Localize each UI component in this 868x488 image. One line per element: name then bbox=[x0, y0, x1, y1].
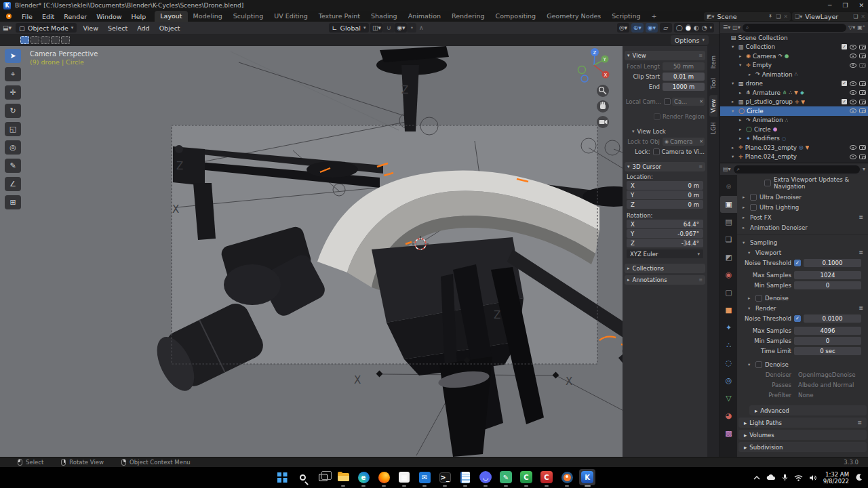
new-collection-icon[interactable]: ▣⁺ bbox=[857, 24, 865, 30]
cursor-rotation-field[interactable]: X64.4° bbox=[627, 220, 703, 228]
wifi-icon[interactable] bbox=[794, 474, 803, 481]
camera-visibility-toggle[interactable] bbox=[859, 145, 866, 150]
gizmo-toggle[interactable]: ⊕▾ bbox=[631, 23, 644, 33]
expander-arrow[interactable]: ▸ bbox=[732, 145, 736, 150]
viewport-menu[interactable]: Select bbox=[103, 24, 132, 32]
taskbar-icon[interactable] bbox=[457, 469, 473, 485]
hide-eye-toggle[interactable] bbox=[850, 54, 856, 58]
sampling-panel[interactable]: Sampling bbox=[750, 239, 777, 246]
vp-noise-threshold-checkbox[interactable]: ✓ bbox=[794, 260, 801, 266]
taskbar-icon[interactable] bbox=[274, 469, 290, 485]
hide-eye-toggle[interactable] bbox=[850, 90, 856, 95]
workspace-tab[interactable]: + bbox=[646, 11, 663, 22]
zoom-button[interactable] bbox=[597, 85, 609, 97]
taskbar-icon[interactable] bbox=[335, 469, 351, 485]
taskbar-icon[interactable] bbox=[376, 469, 392, 485]
exclude-checkbox[interactable]: ✓ bbox=[842, 81, 847, 86]
viewport-menu[interactable]: Add bbox=[132, 24, 154, 32]
properties-tab[interactable]: ◩ bbox=[720, 249, 737, 266]
focal-length-field[interactable]: 50 mm bbox=[663, 62, 705, 70]
workspace-tab[interactable]: Sculpting bbox=[228, 11, 269, 22]
mode-dropdown[interactable]: ▢ Object Mode ▾ bbox=[16, 23, 77, 33]
viewport-canvas[interactable]: Z X Z X X Z Z Y X bbox=[0, 46, 719, 457]
extra-viewport-checkbox[interactable] bbox=[764, 180, 771, 186]
cursor-location-field[interactable]: Y0 m bbox=[627, 190, 703, 199]
maximize-button[interactable]: ❐ bbox=[842, 2, 848, 9]
hide-eye-toggle[interactable] bbox=[850, 81, 856, 86]
lock-camera-checkbox[interactable] bbox=[653, 148, 660, 155]
tool-button[interactable]: ➤ bbox=[5, 49, 21, 63]
material-shading-button[interactable]: ◐ bbox=[694, 24, 699, 31]
r-denoise-checkbox[interactable] bbox=[755, 361, 762, 368]
vp-noise-threshold-field[interactable]: 0.1000 bbox=[804, 259, 861, 267]
expander-arrow[interactable]: ▸ bbox=[749, 72, 753, 77]
view-panel-header[interactable]: View≡ bbox=[625, 51, 705, 60]
properties-tab[interactable]: ◎ bbox=[720, 372, 737, 389]
cursor-panel-header[interactable]: 3D Cursor≡ bbox=[625, 162, 705, 171]
vp-denoise-checkbox[interactable] bbox=[755, 295, 762, 302]
filter-icon[interactable]: ▽▾ bbox=[848, 24, 855, 30]
outliner-display-mode-icon[interactable]: ◫▾ bbox=[732, 24, 741, 30]
tool-button[interactable]: ◎ bbox=[5, 140, 21, 155]
camera-visibility-toggle[interactable] bbox=[859, 100, 866, 104]
time-limit-field[interactable]: 0 sec bbox=[794, 347, 861, 355]
expander-arrow[interactable]: ▸ bbox=[739, 90, 744, 96]
workspace-tab[interactable]: Rendering bbox=[446, 11, 490, 22]
camera-visibility-toggle[interactable] bbox=[859, 108, 866, 113]
hide-eye-toggle[interactable] bbox=[850, 63, 856, 68]
collections-panel-header[interactable]: Collections bbox=[625, 264, 705, 273]
n-panel-tab[interactable]: View bbox=[709, 95, 717, 117]
viewport-menu[interactable]: Object bbox=[155, 24, 185, 32]
options-dropdown[interactable]: Options ▾ bbox=[671, 35, 709, 45]
annotations-panel-header[interactable]: Annotations≡ bbox=[625, 275, 705, 285]
wireframe-shading-button[interactable]: ◯ bbox=[676, 24, 683, 31]
select-mode-button[interactable] bbox=[41, 36, 50, 44]
workspace-tab[interactable]: Modeling bbox=[188, 11, 228, 22]
local-camera-field[interactable]: Ca...✕ bbox=[672, 98, 705, 106]
workspace-tab[interactable]: Scripting bbox=[606, 11, 646, 22]
camera-visibility-toggle[interactable] bbox=[859, 90, 866, 95]
outliner-row[interactable]: ▸ ↷ Animation ∴ bbox=[720, 70, 868, 79]
properties-editor-icon[interactable]: ▤▾ bbox=[723, 166, 731, 172]
prefilter-dropdown[interactable]: None bbox=[794, 392, 813, 399]
snap-target-button[interactable]: ◫▾ bbox=[370, 23, 382, 33]
outliner-row[interactable]: ▾ ✛ Plane.024_empty bbox=[720, 152, 868, 162]
view-lock-header[interactable]: View Lock bbox=[637, 128, 666, 135]
light-paths-panel[interactable]: Light Paths bbox=[749, 420, 782, 426]
workspace-tab[interactable]: UV Editing bbox=[269, 11, 313, 22]
properties-tab[interactable]: ▽ bbox=[720, 390, 737, 407]
taskbar-icon[interactable] bbox=[294, 469, 311, 485]
r-noise-threshold-field[interactable]: 0.0100 bbox=[804, 314, 861, 323]
onedrive-cloud-icon[interactable] bbox=[766, 474, 776, 481]
cursor-rotation-field[interactable]: Y-0.967° bbox=[627, 229, 703, 238]
cursor-location-field[interactable]: X0 m bbox=[627, 181, 703, 190]
menu-item[interactable]: Edit bbox=[37, 13, 59, 20]
menu-item[interactable]: Help bbox=[127, 13, 151, 20]
workspace-tab[interactable]: Animation bbox=[403, 11, 446, 22]
properties-options-icon[interactable]: ▾ bbox=[863, 166, 865, 172]
camera-visibility-toggle[interactable] bbox=[859, 155, 866, 159]
solid-shading-button[interactable]: ● bbox=[686, 24, 691, 31]
camera-visibility-toggle[interactable] bbox=[859, 45, 866, 49]
hide-eye-toggle[interactable] bbox=[850, 145, 856, 150]
vp-max-samples-field[interactable]: 1024 bbox=[794, 271, 861, 279]
post-fx-panel[interactable]: Post FX bbox=[750, 214, 772, 221]
cursor-location-field[interactable]: Z0 m bbox=[627, 200, 703, 209]
outliner-row[interactable]: ▾ ▥ Collection ✓ bbox=[720, 43, 868, 52]
expander-arrow[interactable]: ▾ bbox=[732, 81, 736, 86]
taskbar-icon[interactable]: ✎ bbox=[498, 469, 514, 485]
light-paths-presets-icon[interactable]: ≣ bbox=[857, 420, 861, 426]
view-layer-selector[interactable]: ❏▾ ViewLayer ❏ ✕ bbox=[792, 12, 868, 21]
subdivision-panel[interactable]: Subdivision bbox=[749, 444, 783, 451]
pin-icon[interactable]: 🖈 bbox=[768, 14, 773, 20]
expander-arrow[interactable]: ▸ bbox=[739, 127, 744, 132]
properties-tab[interactable]: ▢ bbox=[720, 284, 737, 301]
outliner-search-input[interactable]: ⌕ bbox=[743, 24, 846, 32]
expander-arrow[interactable]: ▸ bbox=[739, 54, 744, 59]
blender-logo-icon[interactable] bbox=[4, 13, 13, 20]
expander-arrow[interactable]: ▸ bbox=[739, 136, 744, 141]
expander-arrow[interactable]: ▾ bbox=[732, 154, 736, 159]
tool-button[interactable]: ↻ bbox=[5, 104, 21, 118]
clip-end-field[interactable]: 1000 m bbox=[663, 83, 705, 91]
overlays-toggle[interactable]: ◉▾ bbox=[646, 23, 658, 33]
